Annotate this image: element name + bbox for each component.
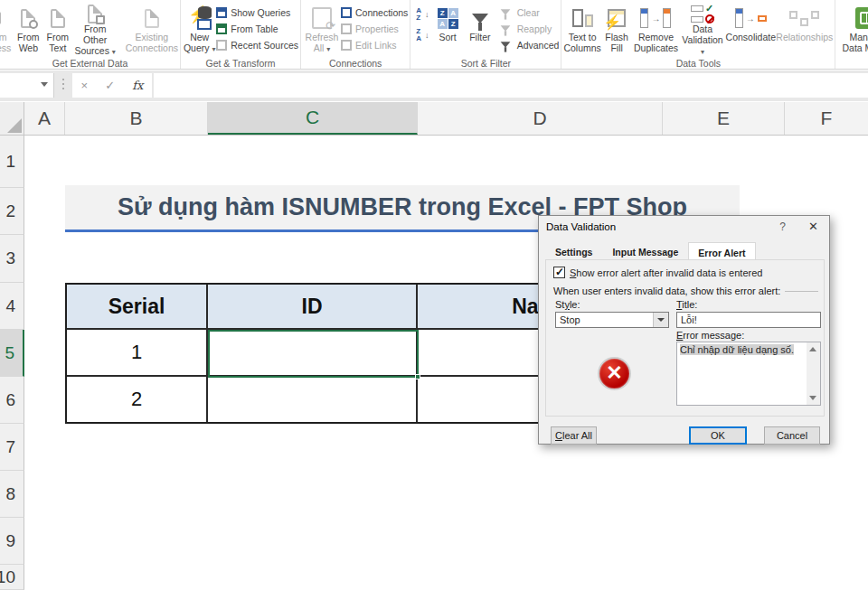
connections-document-icon <box>145 5 159 32</box>
refresh-all-button[interactable]: Refresh All ▾ <box>303 2 341 58</box>
new-query-button[interactable]: ⚡ New Query ▾ <box>183 2 216 58</box>
checkbox-checked-icon[interactable]: ✓ <box>553 267 565 278</box>
select-all-corner[interactable] <box>0 102 24 135</box>
from-web-button[interactable]: From Web <box>14 2 43 58</box>
queries-pane-icon <box>216 7 227 18</box>
clear-all-button[interactable]: Clear All <box>551 426 597 445</box>
close-icon[interactable]: ✕ <box>808 220 818 233</box>
show-error-alert-checkbox-row[interactable]: ✓ Show error alert after invalid data is… <box>553 267 762 278</box>
from-table-button[interactable]: From Table <box>216 22 298 35</box>
clear-filter-button[interactable]: Clear <box>497 5 560 19</box>
consolidate-button[interactable]: → Consolidate <box>725 2 776 58</box>
column-header-d[interactable]: D <box>418 102 663 135</box>
table-icon <box>216 23 227 34</box>
filter-button[interactable]: Filter <box>463 2 497 58</box>
manage-data-model-button[interactable]: Manage Data Model <box>837 2 868 58</box>
title-label: Title: <box>676 299 697 310</box>
from-text-button[interactable]: From Text <box>43 2 72 58</box>
properties-button[interactable]: Properties <box>341 22 408 35</box>
table-cell-b6[interactable]: 2 <box>67 377 208 422</box>
table-cell-b5[interactable]: 1 <box>67 330 208 377</box>
clear-filter-icon <box>500 9 510 15</box>
stop-error-icon: ✕ <box>598 357 631 390</box>
reapply-icon <box>500 25 510 32</box>
row-header-6[interactable]: 6 <box>0 377 24 424</box>
relationships-button[interactable]: Relationships <box>776 2 833 58</box>
cancel-button[interactable]: Cancel <box>764 426 820 445</box>
column-header-a[interactable]: A <box>24 102 65 135</box>
column-header-f[interactable]: F <box>785 102 868 135</box>
connections-button[interactable]: Connections <box>341 5 408 19</box>
column-header-b[interactable]: B <box>65 102 208 135</box>
scroll-up-icon[interactable] <box>809 347 816 351</box>
style-dropdown[interactable]: Stop <box>555 312 669 328</box>
row-header-10[interactable]: 10 <box>0 565 24 590</box>
sort-a-z-button[interactable]: AZ ↓ <box>416 7 429 21</box>
row-header-3[interactable]: 3 <box>0 235 24 283</box>
table-header-serial[interactable]: Serial <box>67 285 208 330</box>
show-queries-button[interactable]: Show Queries <box>216 5 298 19</box>
dialog-title-bar[interactable]: Data Validation ? ✕ <box>539 216 829 238</box>
error-message-textarea[interactable]: Chỉ nhập dữ liệu dạng số. <box>676 342 821 406</box>
name-box[interactable] <box>0 73 54 98</box>
row-header-1[interactable]: 1 <box>0 136 24 188</box>
text-to-columns-button[interactable]: Text to Columns <box>563 2 601 58</box>
fill-handle[interactable] <box>415 374 420 379</box>
insert-function-icon[interactable]: fx <box>132 79 143 92</box>
row-header-4[interactable]: 4 <box>0 283 24 330</box>
ok-button[interactable]: OK <box>689 426 747 445</box>
text-document-icon <box>51 5 65 32</box>
row-header-2[interactable]: 2 <box>0 188 24 235</box>
style-dropdown-value: Stop <box>556 314 653 325</box>
edit-links-icon <box>341 40 352 51</box>
table-header-id[interactable]: ID <box>208 285 418 330</box>
consolidate-icon: → <box>735 5 767 32</box>
connections-icon <box>341 7 352 18</box>
from-other-sources-button[interactable]: From Other Sources ▾ <box>72 2 118 58</box>
checkbox-label: Show error alert after invalid data is e… <box>570 267 762 278</box>
row-header-7[interactable]: 7 <box>0 424 24 471</box>
refresh-icon <box>312 5 332 32</box>
row-header-9[interactable]: 9 <box>0 518 24 565</box>
sort-z-a-button[interactable]: ZA ↓ <box>416 28 429 42</box>
table-cell-c6[interactable] <box>208 377 418 422</box>
chevron-down-icon[interactable] <box>653 313 668 327</box>
data-validation-button[interactable]: ✓ Data Validation ▾ <box>680 2 726 58</box>
advanced-filter-button[interactable]: Advanced <box>497 38 560 52</box>
sort-za-icon: ZA <box>416 28 421 42</box>
name-box-dropdown-icon[interactable] <box>41 82 48 87</box>
web-document-icon <box>21 5 35 32</box>
column-header-c[interactable]: C <box>208 102 418 135</box>
relationships-icon <box>789 5 819 32</box>
recent-sources-icon <box>216 40 227 51</box>
error-message-text: Chỉ nhập dữ liệu dạng số. <box>680 344 794 355</box>
cancel-entry-icon[interactable]: × <box>81 79 89 92</box>
remove-duplicates-button[interactable]: → Remove Duplicates <box>632 2 679 58</box>
new-query-icon: ⚡ <box>188 5 212 32</box>
sort-button[interactable]: ZA AZ Sort <box>432 2 463 58</box>
group-get-external-data: From Access From Web From Text From Othe… <box>0 0 181 69</box>
sort-az-icon: AZ <box>416 7 421 22</box>
group-label-data-tools: Data Tools <box>561 58 835 69</box>
enter-entry-icon[interactable]: ✓ <box>105 79 115 92</box>
existing-connections-button[interactable]: Existing Connections <box>126 2 178 58</box>
textarea-scrollbar[interactable] <box>807 342 820 405</box>
column-header-e[interactable]: E <box>663 102 785 135</box>
from-access-button[interactable]: From Access <box>0 2 14 58</box>
scroll-down-icon[interactable] <box>809 396 816 400</box>
row-header-8[interactable]: 8 <box>0 471 24 518</box>
selected-cell-outline[interactable] <box>208 330 419 378</box>
flash-fill-icon: ⚡ <box>608 5 626 32</box>
group-label-sort-filter: Sort & Filter <box>410 58 561 69</box>
formula-input[interactable] <box>154 73 868 98</box>
recent-sources-button[interactable]: Recent Sources <box>216 38 298 52</box>
row-header-5[interactable]: 5 <box>0 330 24 377</box>
title-input[interactable]: Lỗi! <box>676 312 821 328</box>
flash-fill-button[interactable]: ⚡ Flash Fill <box>601 2 632 58</box>
help-icon[interactable]: ? <box>779 220 786 233</box>
style-label: Style: <box>555 299 580 310</box>
group-label-get-transform: Get & Transform <box>181 58 300 69</box>
reapply-button[interactable]: Reapply <box>497 22 560 35</box>
group-label-get-external-data: Get External Data <box>0 58 180 69</box>
edit-links-button[interactable]: Edit Links <box>341 38 408 52</box>
